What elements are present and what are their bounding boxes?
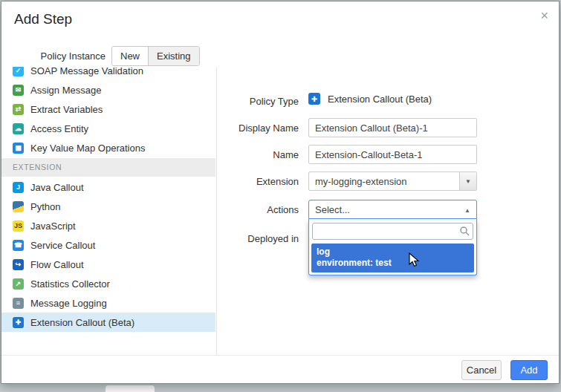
chevron-down-icon[interactable]: ▼	[459, 172, 476, 190]
sidebar-item-label: Flow Callout	[30, 259, 84, 270]
sidebar-divider	[216, 67, 217, 355]
sidebar-item-assign-message[interactable]: ✉ Assign Message	[1, 80, 215, 99]
sidebar-item-access-entity[interactable]: ☁ Access Entity	[1, 119, 215, 138]
display-name-input[interactable]	[308, 118, 477, 137]
access-entity-icon: ☁	[13, 123, 24, 134]
sidebar-item-label: JavaScript	[30, 220, 76, 232]
option-title: log	[317, 246, 469, 258]
extension-callout-icon: ✚	[13, 317, 24, 328]
display-name-label: Display Name	[221, 122, 299, 134]
policy-instance-label: Policy Instance	[30, 50, 106, 62]
sidebar-item-statistics-collector[interactable]: ↗ Statistics Collector	[1, 274, 215, 293]
new-button[interactable]: New	[112, 47, 148, 65]
extension-policy-icon: ✚	[308, 93, 320, 105]
extension-section-header: EXTENSION	[1, 158, 215, 177]
actions-search	[312, 223, 473, 240]
service-callout-icon: ☎	[13, 240, 24, 251]
sidebar-item-soap-message-validation[interactable]: ✓ SOAP Message Validation	[1, 67, 215, 80]
deployed-in-label: Deployed in	[221, 233, 299, 244]
sidebar-item-label: Key Value Map Operations	[30, 143, 145, 154]
sidebar-item-label: Java Callout	[30, 182, 84, 193]
message-logging-icon: ≡	[13, 298, 24, 309]
search-icon	[459, 226, 470, 239]
policy-type-value-row: ✚ Extension Callout (Beta)	[308, 93, 432, 105]
policy-list: ✓ SOAP Message Validation ✉ Assign Messa…	[1, 67, 215, 355]
sidebar-item-label: Statistics Collector	[30, 278, 110, 290]
sidebar-item-label: Service Callout	[30, 240, 95, 251]
background-page-element	[106, 385, 155, 392]
sidebar-item-label: Assign Message	[30, 85, 101, 96]
key-value-map-icon: ▦	[13, 143, 24, 154]
assign-message-icon: ✉	[13, 85, 24, 96]
actions-select[interactable]: Select... ▲	[308, 200, 477, 219]
name-input[interactable]	[308, 145, 477, 164]
sidebar-item-label: Extension Callout (Beta)	[30, 317, 134, 328]
sidebar-item-message-logging[interactable]: ≡ Message Logging	[1, 293, 215, 313]
modal-title: Add Step	[14, 11, 72, 27]
search-input[interactable]	[312, 223, 473, 240]
extension-select-value: my-logging-extension	[315, 176, 407, 187]
sidebar-item-service-callout[interactable]: ☎ Service Callout	[1, 235, 215, 255]
javascript-icon: JS	[13, 220, 24, 232]
sidebar-item-label: SOAP Message Validation	[30, 67, 143, 76]
statistics-collector-icon: ↗	[13, 278, 24, 290]
actions-label: Actions	[221, 204, 299, 215]
flow-callout-icon: ↪	[13, 259, 24, 270]
python-icon	[13, 201, 24, 212]
sidebar-item-python[interactable]: Python	[1, 197, 215, 216]
actions-dropdown: log environment: test	[308, 219, 477, 275]
sidebar-item-flow-callout[interactable]: ↪ Flow Callout	[1, 255, 215, 274]
sidebar-item-extract-variables[interactable]: ⇄ Extract Variables	[1, 99, 215, 119]
java-callout-icon: J	[13, 182, 24, 193]
actions-select-value: Select...	[315, 204, 350, 215]
policy-instance-toggle: New Existing	[111, 46, 200, 66]
actions-option-log[interactable]: log environment: test	[311, 244, 474, 272]
sidebar-item-extension-callout-beta[interactable]: ✚ Extension Callout (Beta)	[1, 313, 215, 332]
footer-divider	[1, 355, 559, 356]
soap-validation-icon: ✓	[13, 67, 24, 76]
sidebar-item-label: Extract Variables	[30, 104, 103, 115]
sidebar-item-label: Message Logging	[30, 298, 107, 309]
policy-type-value: Extension Callout (Beta)	[328, 94, 432, 105]
policy-type-label: Policy Type	[221, 96, 299, 107]
add-step-modal: Add Step × Policy Instance New Existing …	[1, 1, 560, 384]
extension-label: Extension	[221, 176, 299, 187]
sidebar-item-key-value-map-operations[interactable]: ▦ Key Value Map Operations	[1, 138, 215, 157]
chevron-up-icon: ▲	[464, 207, 470, 214]
sidebar-item-label: Python	[30, 201, 60, 212]
option-subtitle: environment: test	[317, 258, 469, 269]
sidebar-item-label: Access Entity	[30, 123, 88, 134]
existing-button[interactable]: Existing	[148, 47, 199, 65]
extract-variables-icon: ⇄	[13, 104, 24, 115]
name-label: Name	[221, 149, 299, 160]
sidebar-item-java-callout[interactable]: J Java Callout	[1, 177, 215, 197]
add-button[interactable]: Add	[510, 360, 548, 380]
sidebar-item-javascript[interactable]: JS JavaScript	[1, 216, 215, 235]
cancel-button[interactable]: Cancel	[461, 360, 502, 380]
extension-select[interactable]: my-logging-extension ▼	[308, 172, 477, 191]
close-icon[interactable]: ×	[540, 9, 548, 22]
